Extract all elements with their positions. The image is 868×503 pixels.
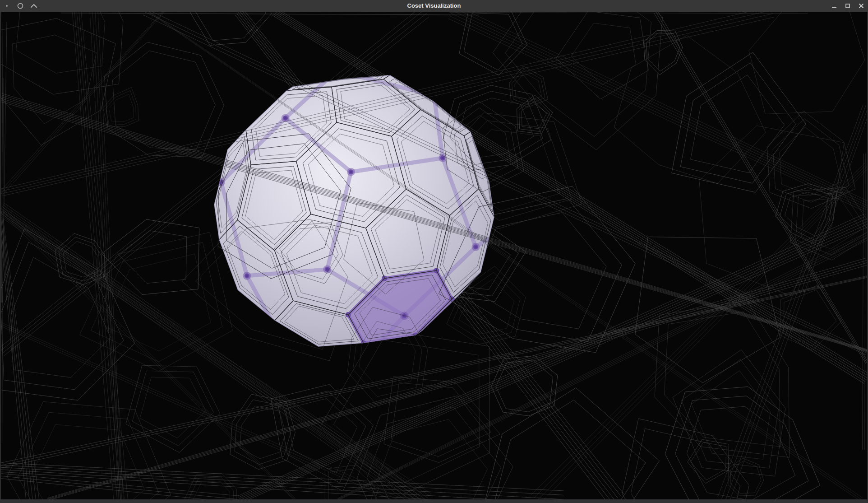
titlebar-left-icons — [0, 0, 41, 12]
window-bottom-edge — [0, 499, 868, 503]
dot-icon[interactable] — [0, 0, 14, 12]
minimize-button[interactable] — [827, 0, 841, 12]
maximize-button[interactable] — [841, 0, 854, 12]
window-title: Coset Visualization — [0, 0, 868, 12]
titlebar[interactable]: Coset Visualization — [0, 0, 868, 12]
coset-3d-viewport[interactable] — [1, 12, 867, 499]
chevron-up-icon[interactable] — [27, 0, 41, 12]
coset-visualization-canvas[interactable] — [1, 12, 867, 499]
window-left-edge — [0, 12, 1, 499]
app-window: Coset Visualization — [0, 0, 868, 503]
window-controls — [827, 0, 868, 12]
close-button[interactable] — [854, 0, 868, 12]
circle-icon[interactable] — [14, 0, 27, 12]
